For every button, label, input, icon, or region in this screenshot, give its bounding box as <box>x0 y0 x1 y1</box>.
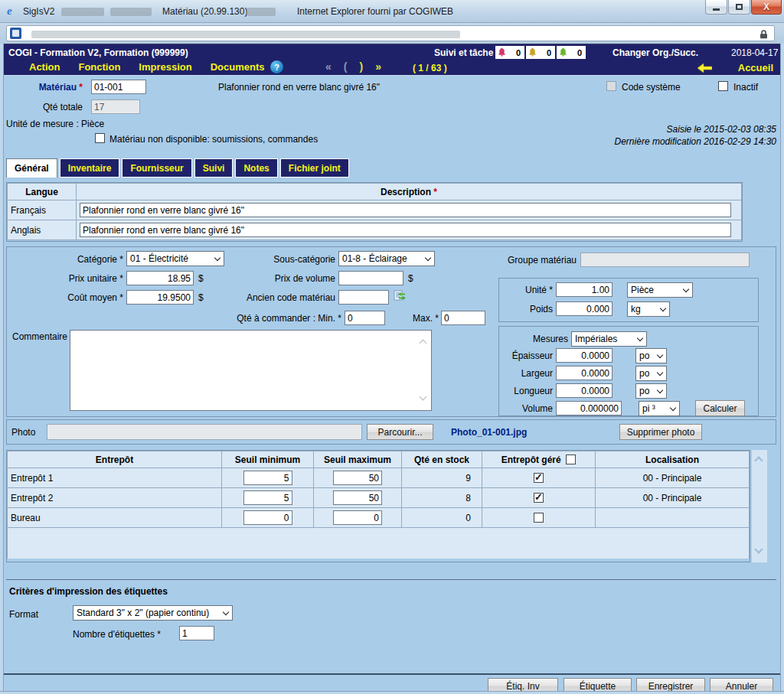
menu-impression[interactable]: Impression <box>139 61 191 73</box>
annuler-button[interactable]: Annuler <box>710 678 773 691</box>
localisation-value <box>596 508 750 528</box>
chevron-down-icon <box>223 608 229 614</box>
entrepot-name: Entrepôt 1 <box>8 468 222 488</box>
seuil-max-field[interactable] <box>333 471 382 485</box>
entrepot-gere-checkbox[interactable] <box>534 493 544 503</box>
format-select[interactable]: Standard 3" x 2" (papier continu) <box>73 605 233 621</box>
calculer-button[interactable]: Calculer <box>695 400 745 416</box>
address-bar <box>0 23 784 44</box>
enregistrer-button[interactable]: Enregistrer <box>636 678 705 691</box>
menu-documents[interactable]: Documents <box>211 61 265 73</box>
entrepot-name: Entrepôt 2 <box>8 488 222 508</box>
tab-general[interactable]: Général <box>6 158 57 178</box>
poids-unit-select[interactable]: kg <box>627 301 670 317</box>
table-scrollbar[interactable] <box>752 450 767 562</box>
tab-notes[interactable]: Notes <box>235 158 277 178</box>
materiau-code-field[interactable] <box>91 80 146 94</box>
cout-moyen-field[interactable] <box>126 290 194 305</box>
tab-fournisseur[interactable]: Fournisseur <box>122 158 191 178</box>
supprimer-photo-button[interactable]: Supprimer photo <box>619 424 702 440</box>
accueil-link[interactable]: Accueil <box>738 62 773 73</box>
ancien-code-field[interactable] <box>338 290 389 305</box>
categorie-select[interactable]: 01 - Électricité <box>126 251 224 266</box>
entrepot-gere-checkbox[interactable] <box>534 473 544 483</box>
lookup-refresh-icon[interactable] <box>394 290 407 303</box>
longueur-unit-select[interactable]: po <box>635 383 667 399</box>
poids-field[interactable] <box>556 301 612 316</box>
chevron-down-icon <box>657 386 663 393</box>
seuil-min-field[interactable] <box>243 510 292 525</box>
qte-max-field[interactable] <box>441 311 485 325</box>
sous-categorie-select[interactable]: 01-8 - Éclairage <box>338 251 435 266</box>
back-arrow-icon[interactable] <box>697 64 712 73</box>
localisation-header: Localisation <box>596 451 750 468</box>
categorie-label: Catégorie * <box>7 254 123 265</box>
entrepot-gere-all-checkbox[interactable] <box>566 455 576 464</box>
inactif-label: Inactif <box>733 82 758 93</box>
maximize-button[interactable] <box>728 0 750 15</box>
largeur-field[interactable] <box>556 366 612 380</box>
etiquettes-title: Critères d'impression des étiquettes <box>9 586 168 597</box>
volume-field[interactable] <box>556 401 622 415</box>
tab-inventaire[interactable]: Inventaire <box>60 158 120 178</box>
help-icon[interactable]: ? <box>270 60 283 73</box>
qte-totale-field <box>91 99 140 114</box>
redacted-text <box>61 8 104 16</box>
nombre-etiquettes-field[interactable] <box>179 626 214 640</box>
qte-totale-label: Qté totale <box>0 102 83 112</box>
menu-fonction[interactable]: Fonction <box>78 61 120 73</box>
tab-fichier-joint[interactable]: Fichier joint <box>280 158 349 178</box>
chevron-down-icon <box>214 254 220 260</box>
unite-field[interactable] <box>556 282 612 297</box>
epaisseur-field[interactable] <box>556 348 612 363</box>
non-disponible-checkbox[interactable] <box>95 133 105 143</box>
last-record-button[interactable]: » <box>375 60 381 73</box>
suivi-badge-green[interactable]: 0 <box>557 46 586 59</box>
tab-suivi[interactable]: Suivi <box>194 158 234 178</box>
code-systeme-label: Code système <box>622 82 681 93</box>
divider <box>6 579 776 580</box>
table-row: Bureau 0 <box>8 508 750 528</box>
previous-record-button[interactable]: ( <box>344 60 348 73</box>
largeur-unit-select[interactable]: po <box>635 366 667 381</box>
saisie-text: Saisie le 2015-02-03 08:35 <box>667 124 776 135</box>
task-badges: 0 0 0 <box>495 46 586 59</box>
seuil-max-field[interactable] <box>333 510 382 525</box>
tab-bar: Général Inventaire Fournisseur Suivi Not… <box>6 158 349 178</box>
qte-min-field[interactable] <box>345 311 385 325</box>
suivi-badge-yellow[interactable]: 0 <box>526 46 555 59</box>
next-record-button[interactable]: ) <box>359 60 363 73</box>
inactif-checkbox[interactable] <box>718 81 728 91</box>
entrepot-gere-checkbox[interactable] <box>534 513 544 523</box>
epaisseur-unit-select[interactable]: po <box>635 348 667 363</box>
url-input[interactable] <box>6 25 775 41</box>
currency-sign: $ <box>198 292 204 303</box>
volume-unit-select[interactable]: pi ³ <box>639 401 680 416</box>
prix-unitaire-field[interactable] <box>126 271 194 285</box>
unite-select[interactable]: Pièce <box>627 282 693 298</box>
etiquette-button[interactable]: Étiquette <box>564 678 632 691</box>
seuil-min-field[interactable] <box>243 490 292 505</box>
parcourir-button[interactable]: Parcourir... <box>367 424 433 440</box>
photo-filename-link[interactable]: Photo_01-001.jpg <box>451 427 527 438</box>
description-en-field[interactable] <box>80 223 731 237</box>
longueur-field[interactable] <box>556 383 612 398</box>
scroll-down-icon[interactable] <box>754 545 763 553</box>
seuil-min-field[interactable] <box>243 471 292 485</box>
menu-action[interactable]: Action <box>29 61 60 73</box>
prix-volume-field[interactable] <box>338 271 403 285</box>
scroll-up-icon[interactable] <box>754 456 763 464</box>
commentaire-textarea[interactable] <box>70 330 432 411</box>
changer-org-link[interactable]: Changer Org./Succ. <box>612 47 698 58</box>
first-record-button[interactable]: « <box>325 60 332 73</box>
localisation-value: 00 - Principale <box>596 488 750 508</box>
close-button[interactable]: X <box>751 0 782 15</box>
minimize-button[interactable] <box>705 0 727 15</box>
etiq-inv-button[interactable]: Étiq. Inv <box>488 678 558 691</box>
suivi-badge-red[interactable]: 0 <box>495 46 524 59</box>
qte-stock-value: 8 <box>402 488 482 508</box>
description-fr-field[interactable] <box>80 203 731 217</box>
seuil-max-field[interactable] <box>333 490 382 505</box>
site-favicon <box>10 28 21 39</box>
mesures-select[interactable]: Impériales <box>571 331 647 347</box>
